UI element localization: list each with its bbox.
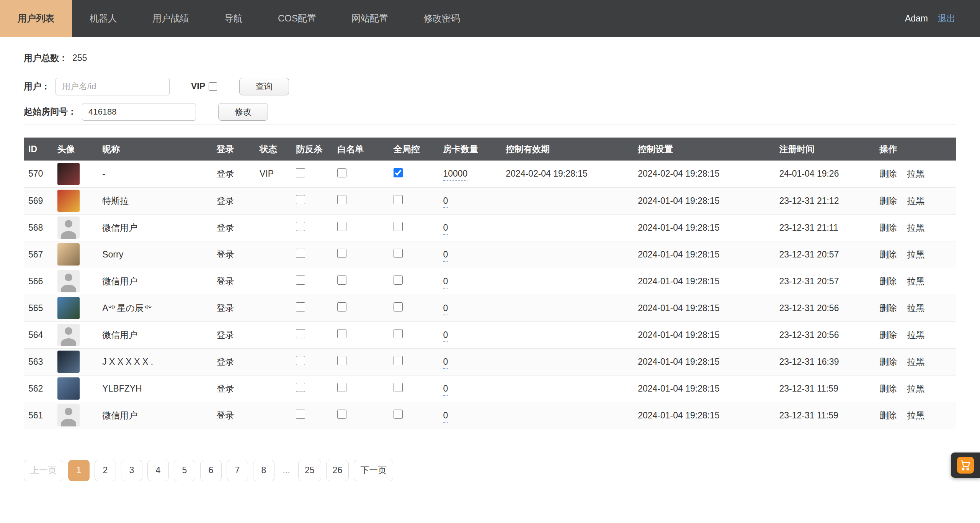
start-room-input[interactable]	[82, 103, 196, 121]
anti-kill-checkbox[interactable]	[296, 195, 305, 204]
login-link[interactable]: 登录	[217, 330, 234, 340]
whitelist-checkbox[interactable]	[337, 195, 346, 204]
blacklist-link[interactable]: 拉黑	[907, 249, 925, 259]
whitelist-checkbox[interactable]	[337, 249, 346, 258]
pagination-page[interactable]: 7	[227, 460, 248, 481]
blacklist-link[interactable]: 拉黑	[907, 410, 925, 420]
delete-link[interactable]: 删除	[879, 357, 897, 367]
pagination-page[interactable]: 6	[200, 460, 222, 481]
login-link[interactable]: 登录	[217, 384, 234, 393]
whitelist-checkbox[interactable]	[337, 302, 346, 312]
blacklist-link[interactable]: 拉黑	[907, 357, 925, 367]
room-cards-value[interactable]: 0	[443, 410, 448, 423]
pagination-page[interactable]: 25	[298, 460, 321, 481]
anti-kill-checkbox[interactable]	[296, 410, 305, 419]
global-control-checkbox[interactable]	[394, 222, 403, 231]
query-button[interactable]: 查询	[239, 78, 289, 95]
room-cards-value[interactable]: 0	[443, 384, 448, 396]
user-id: 561	[24, 402, 53, 429]
anti-kill-checkbox[interactable]	[296, 275, 305, 285]
room-cards-value[interactable]: 0	[443, 249, 448, 262]
login-link[interactable]: 登录	[217, 410, 234, 420]
login-link[interactable]: 登录	[217, 276, 234, 286]
anti-kill-checkbox[interactable]	[296, 356, 305, 365]
pagination-page[interactable]: 3	[121, 460, 142, 481]
pagination-page[interactable]: 4	[147, 460, 169, 481]
nav-tab[interactable]: 用户战绩	[135, 0, 207, 37]
room-cards-value[interactable]: 0	[443, 196, 448, 208]
whitelist-checkbox[interactable]	[337, 275, 346, 285]
logout-link[interactable]: 退出	[938, 13, 956, 25]
pagination-page[interactable]: 26	[326, 460, 349, 481]
pagination-page[interactable]: 1	[68, 460, 90, 481]
delete-link[interactable]: 删除	[879, 330, 897, 340]
nav-tab[interactable]: 修改密码	[406, 0, 478, 37]
global-control-checkbox[interactable]	[394, 168, 403, 177]
nav-tab[interactable]: COS配置	[260, 0, 334, 37]
anti-kill-checkbox[interactable]	[296, 168, 305, 177]
room-cards-value[interactable]: 0	[443, 357, 448, 369]
anti-kill-checkbox[interactable]	[296, 222, 305, 231]
login-link[interactable]: 登录	[217, 223, 234, 233]
global-control-checkbox[interactable]	[394, 302, 403, 312]
nav-tab[interactable]: 机器人	[72, 0, 135, 37]
pagination-page[interactable]: 8	[253, 460, 274, 481]
login-link[interactable]: 登录	[217, 249, 234, 259]
table-row: 564 微信用户 登录 0 2024-01-04 19:28:15 23-12-…	[24, 321, 956, 348]
delete-link[interactable]: 删除	[879, 249, 897, 259]
blacklist-link[interactable]: 拉黑	[907, 196, 925, 206]
register-time: 24-01-04 19:26	[774, 161, 875, 187]
room-cards-value[interactable]: 0	[443, 330, 448, 342]
nav-tab[interactable]: 用户列表	[0, 0, 72, 37]
whitelist-checkbox[interactable]	[337, 222, 346, 231]
whitelist-checkbox[interactable]	[337, 383, 346, 392]
whitelist-checkbox[interactable]	[337, 356, 346, 365]
login-link[interactable]: 登录	[217, 169, 234, 179]
anti-kill-checkbox[interactable]	[296, 329, 305, 338]
user-id: 562	[24, 375, 53, 402]
vip-checkbox[interactable]	[209, 82, 217, 91]
pagination-next[interactable]: 下一页	[354, 460, 393, 481]
global-control-checkbox[interactable]	[394, 275, 403, 285]
delete-link[interactable]: 删除	[879, 410, 897, 420]
delete-link[interactable]: 删除	[879, 303, 897, 313]
anti-kill-checkbox[interactable]	[296, 249, 305, 258]
blacklist-link[interactable]: 拉黑	[907, 330, 925, 340]
room-cards-value[interactable]: 0	[443, 276, 448, 289]
room-cards-value[interactable]: 0	[443, 223, 448, 235]
delete-link[interactable]: 删除	[879, 276, 897, 286]
login-link[interactable]: 登录	[217, 357, 234, 367]
modify-button[interactable]: 修改	[218, 103, 268, 121]
blacklist-link[interactable]: 拉黑	[907, 223, 925, 233]
cart-icon	[957, 457, 974, 474]
anti-kill-checkbox[interactable]	[296, 383, 305, 392]
global-control-checkbox[interactable]	[394, 249, 403, 258]
blacklist-link[interactable]: 拉黑	[907, 169, 925, 179]
delete-link[interactable]: 删除	[879, 169, 897, 179]
whitelist-checkbox[interactable]	[337, 410, 346, 419]
floating-cart-widget[interactable]	[951, 453, 980, 478]
room-cards-value[interactable]: 0	[443, 303, 448, 315]
global-control-checkbox[interactable]	[394, 383, 403, 392]
whitelist-checkbox[interactable]	[337, 168, 346, 177]
pagination-page[interactable]: 5	[174, 460, 195, 481]
blacklist-link[interactable]: 拉黑	[907, 384, 925, 393]
nav-tab[interactable]: 网站配置	[334, 0, 406, 37]
blacklist-link[interactable]: 拉黑	[907, 276, 925, 286]
nav-tab[interactable]: 导航	[207, 0, 260, 37]
pagination-page[interactable]: 2	[95, 460, 116, 481]
global-control-checkbox[interactable]	[394, 329, 403, 338]
whitelist-checkbox[interactable]	[337, 329, 346, 338]
delete-link[interactable]: 删除	[879, 384, 897, 393]
delete-link[interactable]: 删除	[879, 196, 897, 206]
login-link[interactable]: 登录	[217, 303, 234, 313]
global-control-checkbox[interactable]	[394, 356, 403, 365]
delete-link[interactable]: 删除	[879, 223, 897, 233]
login-link[interactable]: 登录	[217, 196, 234, 206]
global-control-checkbox[interactable]	[394, 195, 403, 204]
room-cards-value[interactable]: 10000	[443, 169, 467, 181]
blacklist-link[interactable]: 拉黑	[907, 303, 925, 313]
anti-kill-checkbox[interactable]	[296, 302, 305, 312]
user-search-input[interactable]	[56, 78, 170, 95]
global-control-checkbox[interactable]	[394, 410, 403, 419]
